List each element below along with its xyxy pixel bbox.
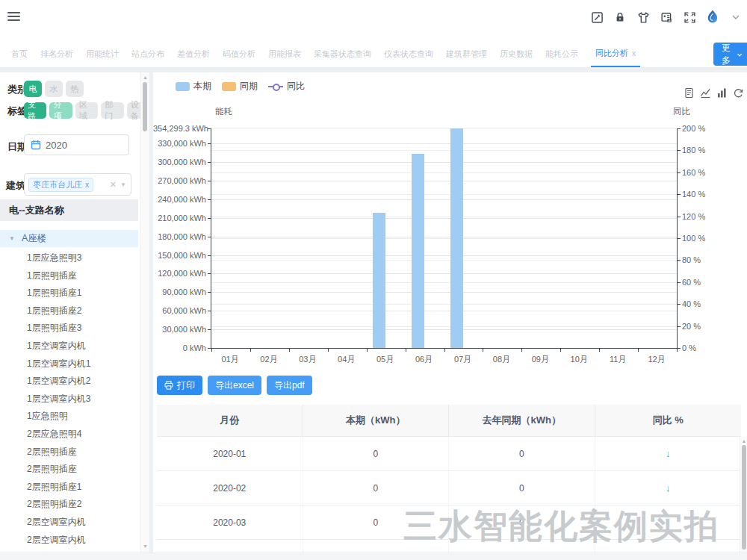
refresh-icon[interactable] — [733, 87, 744, 99]
yoy-down-arrow-icon: ↓ — [666, 482, 671, 494]
tree-item[interactable]: 1层空调室内机 — [27, 340, 86, 352]
legend-bar-swatch — [222, 82, 236, 91]
fullscreen-icon[interactable] — [681, 9, 698, 25]
chevron-down-icon[interactable] — [728, 9, 744, 25]
x-axis-tick — [289, 348, 290, 352]
tree-root-node[interactable]: ▼ A座楼 — [0, 230, 138, 247]
lock-icon[interactable] — [612, 9, 628, 25]
tree-item[interactable]: 2层空调室内机 — [27, 534, 86, 547]
gridline — [211, 326, 677, 327]
tag-option-支路[interactable]: 支路 — [24, 102, 46, 119]
right-axis-tick-label: 40 % — [682, 299, 701, 308]
tree-item[interactable]: 2层照明插座2 — [27, 498, 81, 511]
category-option-电[interactable]: 电 — [24, 81, 42, 97]
gridline — [211, 282, 677, 283]
left-axis-tick-label: 120,000 kWh — [153, 269, 206, 278]
hamburger-menu-icon[interactable] — [7, 12, 20, 22]
scroll-up-icon[interactable]: ▲ — [141, 75, 149, 80]
tab-label: 建筑群管理 — [446, 49, 487, 58]
legend-item-本期[interactable]: 本期 — [176, 80, 211, 93]
tree-item[interactable]: 1层照明插座 — [27, 270, 77, 282]
left-axis-tick-label: 330,000 kWh — [153, 139, 206, 148]
table-scroll-up-icon[interactable]: ▲ — [740, 438, 747, 444]
tab-同比分析[interactable]: 同比分析x — [591, 41, 640, 67]
id-card-icon[interactable]: A — [658, 9, 675, 25]
x-axis-tick — [677, 348, 678, 352]
tab-用能报表[interactable]: 用能报表 — [268, 42, 301, 66]
audit-log-icon[interactable] — [589, 9, 605, 25]
tab-历史数据[interactable]: 历史数据 — [500, 42, 533, 66]
tab-首页[interactable]: 首页 — [11, 42, 28, 66]
cell-last-year: 0 — [449, 437, 595, 470]
tree-item[interactable]: 1层照明插座1 — [27, 287, 81, 299]
tree-item[interactable]: 1应急照明 — [27, 410, 68, 423]
legend-item-同比[interactable]: 同比 — [268, 80, 305, 93]
tab-排名分析[interactable]: 排名分析 — [40, 42, 73, 66]
right-axis-tick — [677, 326, 681, 327]
bar-chart-icon[interactable] — [716, 87, 728, 99]
table-scrollbar[interactable]: ▲ — [740, 437, 747, 553]
tab-采集器状态查询[interactable]: 采集器状态查询 — [314, 42, 371, 66]
data-view-icon[interactable] — [684, 87, 695, 99]
brand-logo-flame-icon — [704, 9, 721, 25]
scroll-down-icon[interactable]: ▼ — [141, 544, 149, 549]
select-clear-icon[interactable]: ✕ — [110, 180, 117, 190]
legend-item-同期[interactable]: 同期 — [222, 80, 258, 93]
tag-option-分项[interactable]: 分项 — [49, 102, 72, 119]
tree-item[interactable]: 1层应急照明3 — [27, 252, 81, 264]
tree-item[interactable]: 2层照明插座1 — [27, 481, 81, 494]
right-axis-tick-label: 20 % — [682, 322, 701, 331]
tab-close-icon[interactable]: x — [632, 49, 636, 57]
tag-option-部门[interactable]: 部门 — [101, 102, 123, 119]
tab-label: 站点分布 — [131, 49, 164, 58]
tab-能耗公示[interactable]: 能耗公示 — [545, 42, 578, 66]
sidebar-scrollbar-thumb[interactable] — [143, 82, 147, 131]
left-axis-tick-label: 60,000 kWh — [153, 306, 206, 315]
export-pdf-button[interactable]: 导出pdf — [267, 376, 312, 395]
tree-item[interactable]: 1层照明插座3 — [27, 322, 81, 335]
tree-item[interactable]: 2层应急照明4 — [27, 428, 81, 441]
x-axis-tick-label: 06月 — [405, 354, 444, 365]
tree-item[interactable]: 1层照明插座2 — [27, 305, 81, 317]
date-input[interactable]: 2020 — [24, 134, 129, 155]
building-select[interactable]: 枣庄市台儿庄 x ✕ ▼ — [24, 173, 131, 196]
export-excel-button[interactable]: 导出excel — [208, 376, 261, 395]
table-scrollbar-thumb[interactable] — [742, 445, 746, 550]
tab-码值分析[interactable]: 码值分析 — [223, 42, 255, 66]
tab-仪表状态查询[interactable]: 仪表状态查询 — [384, 42, 433, 66]
tree-item[interactable]: 2层照明插座 — [27, 463, 77, 476]
x-axis-tick-label: 09月 — [521, 354, 560, 365]
x-axis-tick — [211, 348, 212, 352]
gridline — [211, 304, 677, 305]
legend-label: 同比 — [287, 80, 305, 93]
tree-item[interactable]: 1层空调室内机2 — [27, 375, 90, 388]
x-axis-tick — [560, 348, 561, 352]
tag-option-区域[interactable]: 区域 — [75, 102, 98, 119]
yoy-down-arrow-icon: ↓ — [666, 448, 671, 459]
tab-差值分析[interactable]: 差值分析 — [177, 42, 210, 66]
tree-item[interactable]: 2层空调室内机 — [27, 516, 86, 529]
tab-用能统计[interactable]: 用能统计 — [86, 42, 119, 66]
category-option-水[interactable]: 水 — [45, 81, 63, 97]
tab-建筑群管理[interactable]: 建筑群管理 — [446, 42, 487, 66]
tree-item[interactable]: 1层空调室内机1 — [27, 358, 90, 370]
building-tag-close-icon[interactable]: x — [85, 181, 89, 189]
tree-item[interactable]: 1层空调室内机3 — [27, 393, 90, 405]
sidebar-scrollbar[interactable]: ▲ ▼ — [140, 72, 149, 553]
theme-skin-icon[interactable] — [635, 9, 651, 25]
svg-text:A: A — [668, 19, 670, 22]
tree-collapse-icon[interactable]: ▼ — [9, 235, 15, 242]
table-header-cell: 月份 — [157, 405, 303, 436]
select-caret-icon[interactable]: ▼ — [120, 181, 126, 188]
category-option-热[interactable]: 热 — [66, 81, 84, 97]
tab-站点分布[interactable]: 站点分布 — [131, 42, 164, 66]
horizontal-scrollbar[interactable] — [0, 553, 747, 560]
right-axis-tick-label: 60 % — [682, 278, 701, 287]
line-chart-icon[interactable] — [700, 87, 711, 99]
building-tag[interactable]: 枣庄市台儿庄 x — [28, 178, 93, 192]
tree-item[interactable]: 2层照明插座 — [27, 446, 77, 458]
more-button[interactable]: 更多 — [713, 43, 747, 66]
print-button[interactable]: 打印 — [157, 376, 202, 395]
cell-last-year: 0 — [449, 540, 595, 553]
cell-yoy: ↓ — [595, 540, 742, 553]
